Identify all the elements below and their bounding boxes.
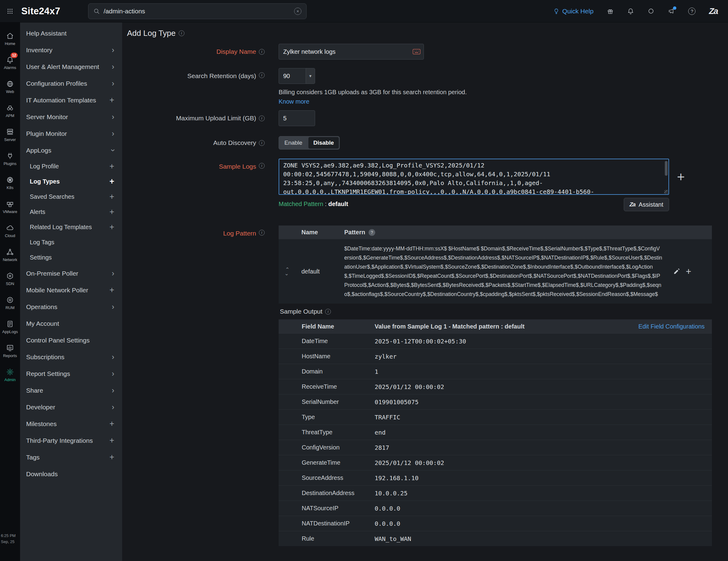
display-name-row: Display Name i (122, 44, 728, 60)
sidebar-subitem[interactable]: Log Profile (20, 159, 122, 174)
info-icon[interactable]: i (259, 49, 265, 55)
main-content: Add Log Type i Display Name i Search Ret… (122, 22, 728, 561)
global-search[interactable]: × (88, 3, 307, 19)
know-more-link[interactable]: Know more (279, 98, 309, 105)
rail-item-server[interactable]: Server (0, 123, 20, 147)
rail-item-web[interactable]: Web (0, 75, 20, 99)
sample-output-row: Domain 1 (279, 364, 712, 379)
sidebar-item[interactable]: Developer (20, 399, 122, 415)
apps-grid-icon[interactable] (0, 8, 20, 15)
sidebar-item[interactable]: Plugin Monitor (20, 125, 122, 142)
assistant-button[interactable]: Za Assistant (624, 198, 669, 211)
sample-output-row: DestinationAddress 10.0.0.25 (279, 485, 712, 501)
announcements-megaphone-icon[interactable] (668, 8, 675, 15)
input-assist-icon[interactable] (412, 48, 421, 55)
textarea-scrollbar[interactable] (665, 161, 668, 176)
edit-field-configurations-link[interactable]: Edit Field Configurations (638, 323, 712, 330)
info-icon[interactable]: i (259, 230, 265, 236)
info-icon[interactable]: i (325, 309, 331, 315)
sidebar-item[interactable]: Configuration Profiles (20, 75, 122, 92)
sidebar-item-label: Help Assistant (26, 30, 114, 37)
user-avatar-signature[interactable]: Za (709, 6, 718, 16)
sidebar-item[interactable]: On-Premise Poller (20, 265, 122, 282)
rail-item-vmware[interactable]: VMware (0, 195, 20, 219)
sidebar-item[interactable]: Third-Party Integrations (20, 432, 122, 449)
rail-item-alarms[interactable]: 12 Alarms (0, 51, 20, 75)
sidebar-item[interactable]: IT Automation Templates (20, 92, 122, 108)
rail-item-home[interactable]: Home (0, 27, 20, 51)
add-log-type-form: Display Name i Search Retention (days) i (122, 44, 728, 304)
sidebar-item-label: Developer (26, 404, 112, 411)
assistant-button-label: Assistant (639, 201, 663, 208)
sidebar-item[interactable]: Milestones (20, 415, 122, 432)
rail-item-sdn[interactable]: SDN (0, 267, 20, 291)
sidebar-item[interactable]: Inventory (20, 42, 122, 58)
sidebar-item[interactable]: My Account (20, 315, 122, 332)
rail-item-applogs[interactable]: AppLogs (0, 315, 20, 339)
sidebar-item[interactable]: Control Panel Settings (20, 332, 122, 349)
disable-button[interactable]: Disable (308, 137, 339, 149)
sidebar-item-label: Report Settings (26, 370, 112, 377)
max-upload-input[interactable] (279, 110, 315, 126)
info-icon[interactable]: i (259, 140, 265, 146)
sidebar-item[interactable]: Share (20, 382, 122, 399)
edit-pattern-icon[interactable] (673, 268, 680, 275)
enable-button[interactable]: Enable (279, 136, 308, 149)
notifications-bell-icon[interactable] (627, 8, 634, 15)
info-icon[interactable]: i (259, 72, 265, 78)
sidebar-item[interactable]: AppLogs (20, 142, 122, 159)
search-retention-select[interactable]: 90 ▾ (279, 68, 315, 84)
sidebar-item-label: Mobile Network Poller (26, 287, 109, 294)
move-up-icon[interactable]: › (284, 267, 290, 269)
search-retention-row: Search Retention (days) i 90 ▾ Billing c… (122, 68, 728, 105)
resize-handle[interactable] (664, 190, 668, 194)
plug-icon (6, 152, 14, 160)
sidebar-item[interactable]: Report Settings (20, 365, 122, 382)
info-icon[interactable]: i (259, 163, 265, 169)
matched-pattern-line: Matched Pattern : default (279, 201, 348, 208)
sidebar-item[interactable]: Tags (20, 449, 122, 466)
site24x7-logo[interactable]: Site24x7 (21, 6, 60, 17)
sidebar-subitem[interactable]: Saved Searches (20, 189, 122, 204)
quick-help-button[interactable]: Quick Help (553, 8, 594, 15)
info-icon[interactable]: i (179, 30, 184, 36)
sidebar-subitem[interactable]: Log Types (20, 174, 122, 189)
sidebar-item[interactable]: Operations (20, 298, 122, 315)
sidebar-subitem[interactable]: Alerts (20, 204, 122, 219)
matched-pattern-value: default (328, 201, 348, 207)
sidebar-item[interactable]: Mobile Network Poller (20, 282, 122, 298)
sidebar-subitem[interactable]: Related Log Templates (20, 219, 122, 235)
sidebar-item-label: Configuration Profiles (26, 80, 112, 87)
add-pattern-icon[interactable]: + (686, 267, 691, 276)
move-down-icon[interactable]: › (284, 274, 290, 276)
rail-item-apm[interactable]: APM (0, 99, 20, 123)
sidebar-item[interactable]: Server Monitor (20, 108, 122, 125)
rail-item-network[interactable]: Network (0, 243, 20, 267)
rail-item-k8s[interactable]: K8s (0, 171, 20, 195)
sidebar-item[interactable]: User & Alert Management (20, 58, 122, 75)
sample-output-label: Sample Output (280, 308, 322, 315)
pattern-help-icon[interactable]: ? (369, 229, 375, 236)
info-icon[interactable]: i (259, 115, 265, 121)
auto-discovery-toggle: Enable Disable (279, 136, 340, 150)
display-name-input[interactable] (279, 44, 424, 60)
sidebar-subitem[interactable]: Settings (20, 250, 122, 265)
field-value-cell: 2025-01-12T00:00:02+05:30 (375, 338, 712, 345)
status-circle-icon[interactable] (647, 8, 654, 15)
sidebar-item[interactable]: Help Assistant (20, 25, 122, 42)
sidebar-item[interactable]: Subscriptions (20, 349, 122, 365)
rail-item-reports[interactable]: Reports (0, 339, 20, 363)
help-question-icon[interactable]: ? (688, 8, 695, 15)
add-sample-log-button[interactable]: + (677, 170, 685, 184)
clear-search-icon[interactable]: × (294, 8, 301, 15)
sidebar-item[interactable]: Downloads (20, 466, 122, 482)
rail-item-admin[interactable]: Admin (0, 363, 20, 387)
sample-logs-textarea[interactable]: ZONE VSYS2,ae9.382,ae9.382,Log_Profile_V… (279, 159, 669, 195)
sidebar-subitem[interactable]: Log Tags (20, 235, 122, 250)
rail-item-plugins[interactable]: Plugins (0, 147, 20, 171)
gift-icon[interactable] (607, 8, 614, 15)
rail-item-cloud[interactable]: Cloud (0, 219, 20, 243)
search-input[interactable] (104, 8, 290, 15)
field-name-cell: GenerateTime (279, 459, 375, 466)
rail-item-rum[interactable]: RUM (0, 291, 20, 315)
